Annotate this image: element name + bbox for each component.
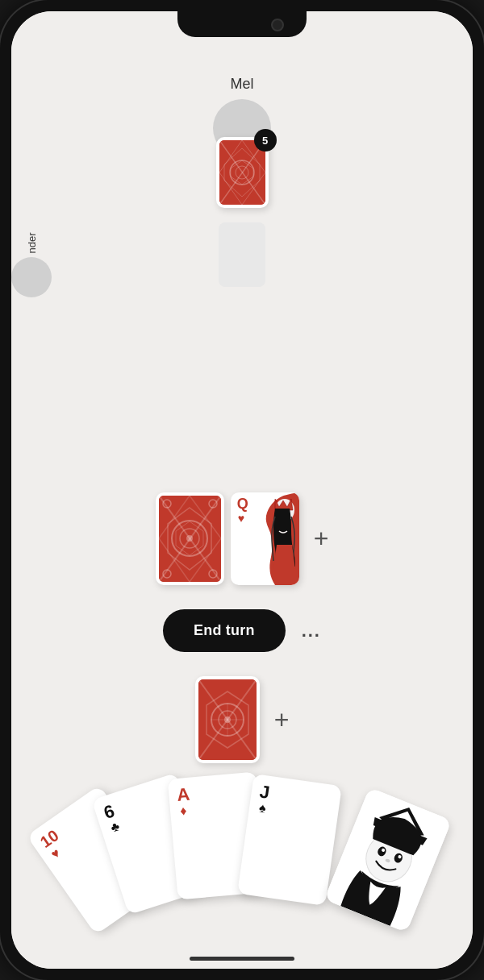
game-area: Mel	[11, 11, 473, 969]
opponent-card-count: 5	[254, 129, 277, 152]
hand-card-4-suit: ♠	[258, 800, 267, 816]
hand-card-4[interactable]: J ♠	[237, 774, 342, 906]
svg-point-20	[186, 535, 193, 542]
hand-card-3-rank: A	[176, 784, 190, 806]
top-plus-sign: +	[314, 524, 329, 554]
hand-card-1-rank: 10	[37, 826, 62, 852]
queen-rank: Q	[237, 496, 248, 511]
hand-area: 10 ♥ 6 ♣ A ♦ J ♠	[11, 759, 473, 936]
notch	[177, 11, 307, 37]
bottom-plus-sign: +	[274, 705, 290, 735]
phone-screen: Mel	[11, 11, 473, 969]
queen-of-hearts-card[interactable]: Q ♥	[231, 492, 299, 585]
hand-card-1-suit: ♥	[48, 845, 63, 862]
more-options-button[interactable]: ...	[302, 621, 321, 642]
end-turn-button[interactable]: End turn	[163, 609, 286, 652]
left-player-area: nder	[11, 237, 52, 297]
play-card-back[interactable]	[156, 492, 224, 585]
hand-card-joker[interactable]	[324, 787, 452, 932]
bottom-card-row: +	[195, 676, 290, 763]
left-player-avatar	[11, 257, 52, 297]
player-play-card[interactable]	[195, 676, 260, 763]
left-player-name: nder	[26, 232, 38, 253]
home-indicator	[190, 957, 294, 961]
opponent-card-placeholder	[219, 222, 265, 287]
action-row: End turn ...	[163, 609, 321, 652]
phone-frame: Mel	[0, 0, 484, 980]
hand-card-2-suit: ♣	[109, 819, 122, 835]
hand-card-3-suit: ♦	[179, 804, 187, 819]
queen-suit: ♥	[238, 512, 244, 525]
opponent-area: Mel	[213, 11, 271, 287]
top-card-row: Q ♥	[156, 492, 329, 585]
opponent-name: Mel	[230, 76, 253, 93]
